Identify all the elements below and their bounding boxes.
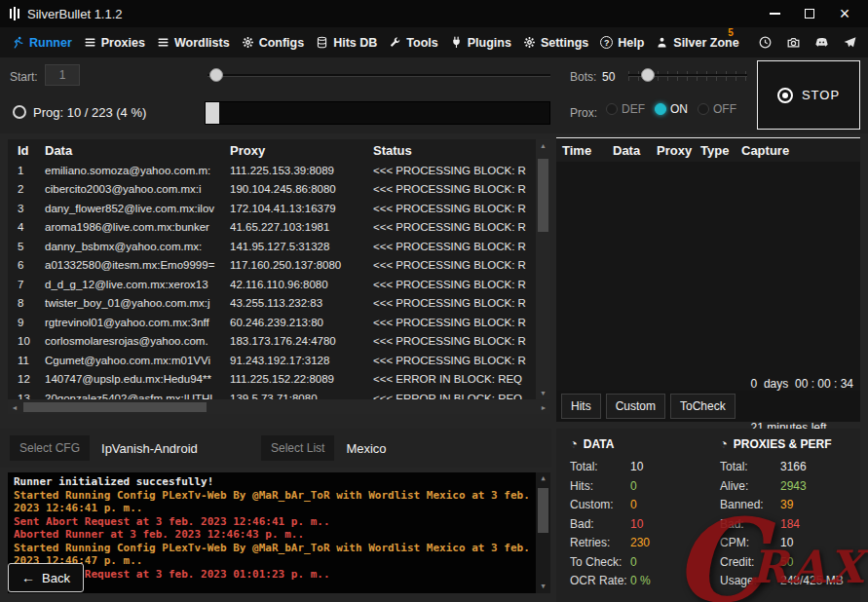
cell-data: 20gonzalez5402@asfm.mx:|UTHL xyxy=(45,393,230,399)
bots-slider[interactable] xyxy=(628,66,747,84)
discord-button[interactable] xyxy=(810,30,834,55)
table-row[interactable]: 5danny_bsbmx@yahoo.com.mx:141.95.127.5:3… xyxy=(8,237,536,256)
stop-button-label: STOP xyxy=(802,88,840,102)
stat-label: Hits: xyxy=(570,477,630,497)
camera-button[interactable] xyxy=(781,30,806,55)
record-icon xyxy=(777,88,793,103)
cell-data: 140747@upslp.edu.mx:Hedu94** xyxy=(45,373,230,385)
list-icon xyxy=(84,36,96,49)
scrollbar-thumb[interactable] xyxy=(538,488,548,533)
log-vertical-scrollbar[interactable]: ▲ ▼ xyxy=(536,472,550,593)
silverbullet-window: SilverBullet 1.1.2 × RunnerProxiesWordli… xyxy=(0,0,868,602)
stat-item: OCR Rate:0 % xyxy=(570,572,700,591)
scroll-down-icon[interactable]: ▼ xyxy=(536,387,550,399)
column-header-proxy: Proxy xyxy=(230,143,373,158)
table-row[interactable]: 7d_d_g_12@live.com.mx:xerox1342.116.110.… xyxy=(8,275,536,294)
prox-option-off[interactable]: OFF xyxy=(698,102,736,116)
scroll-up-icon[interactable]: ▲ xyxy=(536,139,550,152)
stat-item: Hits:0 xyxy=(570,477,700,497)
nav-item-plugins[interactable]: Plugins xyxy=(444,27,517,57)
slider-thumb[interactable] xyxy=(209,68,223,82)
nav-icon-buttons xyxy=(753,27,862,57)
scroll-down-icon[interactable]: ▼ xyxy=(536,581,550,593)
maximize-button[interactable] xyxy=(792,1,827,26)
table-row[interactable]: 8twister_boy_01@yahoo.com.mx:j43.255.113… xyxy=(8,294,536,314)
stat-label: CPM: xyxy=(720,534,780,553)
column-header-proxy: Proxy xyxy=(657,143,700,158)
toggle-dot-icon xyxy=(655,103,666,115)
cell-data: corlosmolaresrojas@yahoo.com. xyxy=(45,335,230,347)
stop-button[interactable]: STOP xyxy=(757,60,860,130)
telegram-button[interactable] xyxy=(838,30,862,55)
progress-label: Prog: 10 / 223 (4 %) xyxy=(33,105,146,120)
table-row[interactable]: 6a01332580@itesm.mx:Emo9999=117.160.250.… xyxy=(8,256,536,276)
plug-icon xyxy=(450,36,463,49)
nav-item-hits-db[interactable]: Hits DB xyxy=(310,27,383,57)
history-button[interactable] xyxy=(753,30,777,55)
nav-item-runner[interactable]: Runner xyxy=(6,27,78,57)
results-vertical-scrollbar[interactable]: ▲ ▼ xyxy=(536,139,550,399)
stat-value: 39 xyxy=(780,496,793,515)
results-horizontal-scrollbar[interactable]: ◄ ► xyxy=(8,400,550,414)
start-input[interactable] xyxy=(45,64,80,86)
scrollbar-thumb[interactable] xyxy=(538,159,548,232)
hits-tabs-bar: HitsCustomToCheck 0 days 00 : 00 : 34 21… xyxy=(556,391,860,422)
scroll-up-icon[interactable]: ▲ xyxy=(536,472,550,485)
nav-item-tools[interactable]: Tools xyxy=(383,27,443,57)
column-header-capture: Capture xyxy=(741,143,789,158)
nav-item-proxies[interactable]: Proxies xyxy=(78,27,151,57)
column-header-id: Id xyxy=(8,143,45,158)
toggle-dot-icon xyxy=(606,103,618,115)
toggle-dot-icon xyxy=(698,103,709,115)
tab-hits[interactable]: Hits xyxy=(561,394,601,419)
nav-item-wordlists[interactable]: Wordlists xyxy=(151,27,236,57)
stat-value: 10 xyxy=(630,458,643,477)
window-title: SilverBullet 1.1.2 xyxy=(27,7,123,21)
nav-item-settings[interactable]: Settings xyxy=(517,27,594,57)
back-button[interactable]: ← Back xyxy=(8,563,84,592)
cell-id: 11 xyxy=(8,355,45,366)
table-row[interactable]: 1emiliano.somoza@yahoo.com.m:111.225.153… xyxy=(8,161,536,180)
cell-proxy: 41.65.227.103:1981 xyxy=(230,221,373,233)
table-row[interactable]: 12140747@upslp.edu.mx:Hedu94**111.225.15… xyxy=(8,370,536,390)
scroll-right-icon[interactable]: ► xyxy=(537,400,550,414)
prox-option-def[interactable]: DEF xyxy=(606,102,645,116)
table-row[interactable]: 2cibercito2003@yahoo.com.mx:i190.104.245… xyxy=(8,180,536,200)
stat-label: OCR Rate: xyxy=(570,572,630,591)
stat-item: CPM:10 xyxy=(720,534,850,553)
prox-option-label: ON xyxy=(670,102,688,116)
cell-id: 1 xyxy=(8,165,45,176)
stats-section-proxies: ◔PROXIES & PERFTotal:3166Alive:2943Banne… xyxy=(720,436,850,602)
elapsed-time: 0 days 00 : 00 : 34 xyxy=(751,377,853,392)
minimize-icon xyxy=(770,13,780,15)
column-header-data: Data xyxy=(613,143,657,158)
nav-item-label: Configs xyxy=(259,36,305,50)
table-row[interactable]: 3dany_flower852@live.com.mx:ilov172.104.… xyxy=(8,199,536,218)
results-table-body: 1emiliano.somoza@yahoo.com.m:111.225.153… xyxy=(8,161,536,399)
prox-option-on[interactable]: ON xyxy=(655,102,688,116)
close-button[interactable]: × xyxy=(827,1,862,26)
table-row[interactable]: 10corlosmolaresrojas@yahoo.com.183.173.1… xyxy=(8,332,536,352)
nav-item-help[interactable]: ?Help xyxy=(594,27,650,57)
slider-thumb[interactable] xyxy=(641,68,655,82)
tab-custom[interactable]: Custom xyxy=(606,394,665,419)
tab-tocheck[interactable]: ToCheck xyxy=(670,394,736,419)
select-cfg-button[interactable]: Select CFG xyxy=(10,435,90,461)
close-icon: × xyxy=(840,4,850,24)
table-row[interactable]: 11Cgumet@yahoo.com.mx:m01VVi91.243.192.1… xyxy=(8,351,536,370)
select-list-button[interactable]: Select List xyxy=(261,435,334,461)
minimize-button[interactable] xyxy=(757,1,792,26)
table-row[interactable]: 4aroma1986@live.com.mx:bunker41.65.227.1… xyxy=(8,218,536,238)
table-row[interactable]: 9rgtrevinol01@yahoo.com.mx:3nff60.246.23… xyxy=(8,313,536,332)
stat-item: Credit:50 xyxy=(720,553,850,573)
cell-status: <<< PROCESSING BLOCK: R xyxy=(373,297,536,309)
start-slider[interactable] xyxy=(208,66,550,84)
scroll-left-icon[interactable]: ◄ xyxy=(8,400,21,414)
nav-item-configs[interactable]: Configs xyxy=(236,27,311,57)
stat-label: Usage: xyxy=(720,572,780,591)
scrollbar-thumb[interactable] xyxy=(23,402,207,412)
cell-status: <<< PROCESSING BLOCK: R xyxy=(373,355,536,366)
stat-item: Bad:184 xyxy=(720,515,850,535)
table-row[interactable]: 1320gonzalez5402@asfm.mx:|UTHL139.5.73.7… xyxy=(8,389,536,399)
nav-item-silver-zone[interactable]: Silver Zone5 xyxy=(650,27,744,57)
